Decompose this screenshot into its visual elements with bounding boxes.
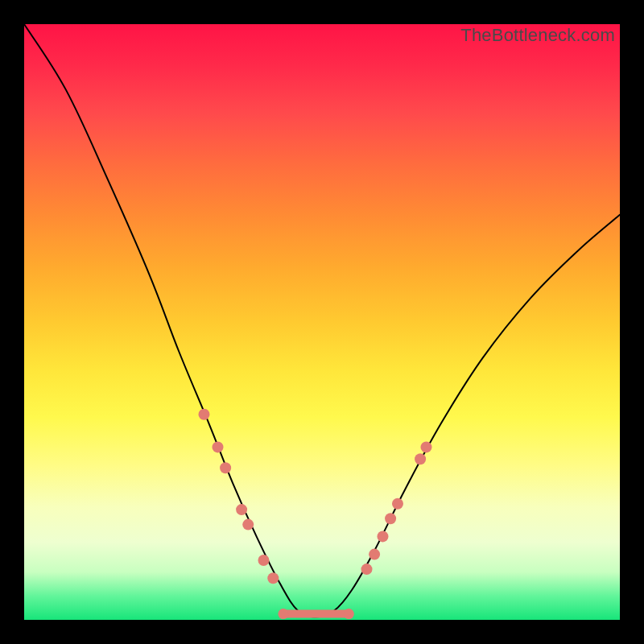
curve-bottom-segment [278,609,353,619]
curve-marker-dot [267,572,279,584]
curve-marker-dot [377,530,388,542]
curve-marker-dot [220,462,231,473]
curve-marker-dot [242,519,254,530]
curve-marker-dot [198,409,209,420]
curve-marker-dot [369,549,380,560]
bottom-dash-end [278,609,288,619]
curve-marker-dot [236,504,247,515]
curve-marker-dot [385,513,396,524]
curve-marker-dot [415,453,426,464]
curve-marker-dot [421,441,432,452]
curve-marker-dot [361,564,373,575]
curve-svg [24,24,620,620]
plot-area: TheBottleneck.com [24,24,620,620]
outer-frame: TheBottleneck.com [0,0,644,644]
curve-markers [198,409,431,584]
watermark-text: TheBottleneck.com [460,25,615,46]
bottom-dash-end [344,609,354,619]
curve-marker-dot [213,441,224,452]
bottleneck-curve [24,24,620,617]
curve-marker-dot [258,555,269,566]
curve-marker-dot [392,498,403,510]
